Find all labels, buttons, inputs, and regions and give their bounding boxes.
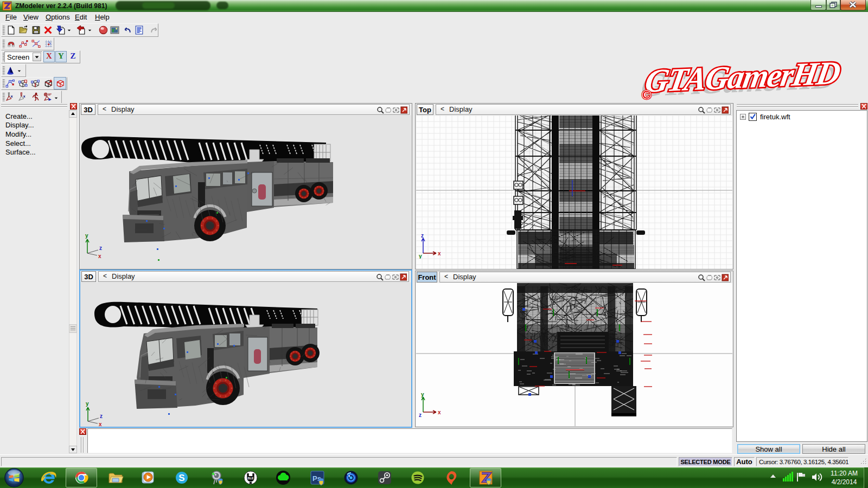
- svg-text:©: ©: [641, 87, 652, 102]
- svg-text:S: S: [178, 473, 184, 483]
- svg-text:z: z: [421, 233, 424, 239]
- svg-text:y: y: [86, 401, 89, 407]
- svg-text:y: y: [421, 391, 424, 397]
- svg-text:y: y: [85, 233, 88, 239]
- svg-text:x: x: [438, 409, 441, 415]
- svg-text:x: x: [438, 251, 441, 256]
- svg-text:z: z: [419, 412, 422, 418]
- svg-text:x: x: [99, 421, 102, 427]
- svg-text:z: z: [100, 413, 103, 419]
- svg-text:BLE: BLE: [248, 477, 254, 480]
- svg-text:y: y: [419, 253, 422, 259]
- svg-text:z: z: [99, 245, 102, 251]
- svg-text:x: x: [98, 253, 101, 259]
